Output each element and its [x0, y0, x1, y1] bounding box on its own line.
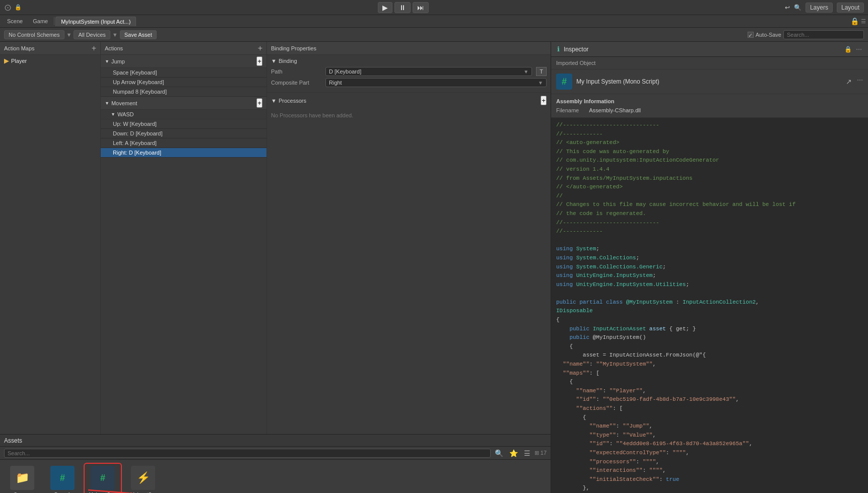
wasd-sub-header[interactable]: ▼ WASD	[101, 110, 266, 119]
add-movement-binding-btn[interactable]: +	[256, 98, 262, 108]
tab-more-icon[interactable]: ☰	[861, 18, 866, 25]
assets-content: 📁 Scenes # Demo1 # MyInputSy...	[0, 460, 551, 493]
tab-divider	[54, 17, 54, 25]
inputasset-hash-icon: #	[100, 473, 105, 483]
code-line-class: public partial class @MyInputSystem : In…	[556, 298, 863, 307]
myinputsystem-unity-icon: ⚡	[131, 466, 155, 490]
auto-save-label: Auto-Save	[756, 32, 781, 38]
player-action-map[interactable]: ▶ Player	[0, 55, 100, 66]
path-edit-btn[interactable]: T	[536, 67, 547, 76]
binding-props-title: Binding Properties	[271, 45, 316, 51]
tab-game[interactable]: Game	[28, 17, 53, 26]
layers-dropdown[interactable]: Layers	[806, 3, 833, 13]
code-line-json6: ""actions"": [	[556, 404, 863, 413]
code-line-json4: ""name"": ""Player"",	[556, 387, 863, 396]
movement-group-header[interactable]: ▼ Movement +	[101, 97, 266, 110]
tab-input-system[interactable]: MyInputSystem (Input Act...)	[55, 17, 136, 26]
movement-right-item[interactable]: Right: D [Keyboard]	[101, 148, 266, 158]
code-line-3: // <auto-generated>	[556, 138, 863, 148]
action-maps-title: Action Maps	[4, 45, 35, 51]
no-processors-text: No Processors have been added.	[271, 108, 547, 122]
add-processor-btn[interactable]: +	[541, 96, 547, 105]
assets-search-btn[interactable]: 🔍	[493, 448, 505, 458]
search-icon[interactable]: 🔍	[794, 4, 802, 11]
code-line-using3: using System.Collections.Generic;	[556, 263, 863, 272]
jump-uparrow-item[interactable]: Up Arrow [Keyboard]	[101, 78, 266, 87]
jump-numpad8-item[interactable]: Numpad 8 [Keyboard]	[101, 87, 266, 97]
code-line-using4: using UnityEngine.InputSystem;	[556, 271, 863, 280]
composite-part-text: Right	[329, 80, 342, 86]
jump-group-header[interactable]: ▼ Jump +	[101, 55, 266, 68]
wasd-triangle-icon: ▼	[111, 112, 115, 117]
step-button[interactable]: ⏭	[413, 2, 429, 13]
movement-left-item[interactable]: Left: A [Keyboard]	[101, 138, 266, 148]
inspector-icons: 🔒 ⋯	[844, 46, 862, 53]
path-label: Path	[271, 68, 321, 75]
code-line-json12: ""processors"": """",	[556, 458, 863, 467]
jump-group: ▼ Jump + Space [Keyboard] Up Arrow [Keyb…	[101, 55, 266, 97]
inspector-info-icon: ℹ	[557, 45, 560, 53]
actions-column: Actions + ▼ Jump + Space [Keyboard] Up A…	[101, 42, 267, 434]
path-row: Path D [Keyboard] ▼ T	[271, 67, 547, 76]
assets-search-input[interactable]	[4, 449, 491, 458]
tab-lock-icon: 🔒	[850, 17, 859, 25]
tab-scene[interactable]: Scene	[2, 17, 28, 26]
path-dropdown-icon: ▼	[523, 69, 528, 75]
movement-down-item[interactable]: Down: D [Keyboard]	[101, 129, 266, 138]
scenes-asset[interactable]: 📁 Scenes	[4, 464, 40, 493]
myinputsystem-asset[interactable]: # MyInputSy...	[85, 464, 121, 493]
csharp-hash-icon: #	[60, 473, 65, 483]
code-line-json15: },	[556, 484, 863, 493]
assets-search-area: 🔍 ⭐ ☰ ⊞ 17	[0, 447, 551, 460]
code-line-using1: using System;	[556, 245, 863, 254]
assets-filter-btn[interactable]: ⭐	[507, 448, 520, 458]
player-label: Player	[11, 58, 27, 64]
processors-header: ▼ Processors +	[271, 96, 547, 105]
playback-controls: ▶ ⏸ ⏭	[378, 2, 429, 13]
inspector-title: Inspector	[564, 46, 588, 53]
mono-script-header: # My Input System (Mono Script) ↗ ⋯	[551, 69, 868, 94]
code-section: //----------------------------- //------…	[551, 118, 868, 493]
auto-save-area: ✓ Auto-Save	[748, 30, 864, 39]
demo1-icon: #	[50, 466, 75, 490]
add-action-btn[interactable]: +	[258, 44, 262, 52]
mono-script-open-btn[interactable]: ↗	[844, 77, 854, 87]
search-input[interactable]	[783, 30, 864, 39]
content-area: Action Maps + ▶ Player Actions +	[0, 42, 868, 493]
processors-title-area: ▼ Processors	[271, 98, 306, 104]
inspector-header: ℹ Inspector 🔒 ⋯	[551, 42, 868, 57]
play-button[interactable]: ▶	[378, 2, 392, 13]
myinputsystem-unity-asset[interactable]: ⚡ MyInputS...	[125, 464, 161, 493]
no-control-schemes-btn[interactable]: No Control Schemes	[4, 30, 64, 39]
imported-object-header: Imported Object	[551, 57, 868, 69]
code-line-12: //-----------------------------	[556, 219, 863, 228]
inspector-lock-btn[interactable]: 🔒	[844, 46, 852, 53]
inspector-panel: ℹ Inspector 🔒 ⋯ Imported Object # My Inp…	[551, 42, 868, 493]
jump-space-item[interactable]: Space [Keyboard]	[101, 68, 266, 78]
composite-part-row: Composite Part Right ▼	[271, 78, 547, 87]
mono-script-hash-icon: #	[556, 74, 572, 90]
jump-label: Jump	[111, 58, 125, 64]
pause-button[interactable]: ⏸	[394, 2, 411, 13]
processors-label: Processors	[279, 98, 306, 104]
assets-zoom-label: ⊞ 17	[535, 450, 547, 456]
path-value[interactable]: D [Keyboard] ▼	[325, 67, 532, 76]
auto-save-checkbox[interactable]: ✓	[748, 32, 754, 38]
all-devices-btn[interactable]: All Devices	[74, 30, 110, 39]
code-line-json8: ""name"": ""Jump"",	[556, 422, 863, 431]
code-line-7: // from Assets/MyInputSystem.inputaction…	[556, 174, 863, 183]
movement-up-item[interactable]: Up: W [Keyboard]	[101, 119, 266, 129]
undo-icon[interactable]: ↩	[785, 4, 790, 11]
demo1-asset[interactable]: # Demo1	[44, 464, 81, 493]
save-asset-btn[interactable]: Save Asset	[120, 30, 157, 39]
add-jump-binding-btn[interactable]: +	[256, 56, 262, 66]
assets-view-btn[interactable]: ☰	[522, 448, 532, 458]
code-line-json9: ""type"": ""Value"",	[556, 431, 863, 440]
jump-group-name: ▼ Jump	[105, 58, 125, 64]
mono-script-more-icon: ⋯	[857, 77, 863, 87]
inspector-more-btn[interactable]: ⋯	[856, 46, 862, 53]
top-bar-right: ↩ 🔍 Layers Layout	[785, 3, 864, 13]
add-action-map-btn[interactable]: +	[92, 44, 96, 52]
layout-dropdown[interactable]: Layout	[837, 3, 864, 13]
composite-part-value[interactable]: Right ▼	[325, 78, 547, 87]
